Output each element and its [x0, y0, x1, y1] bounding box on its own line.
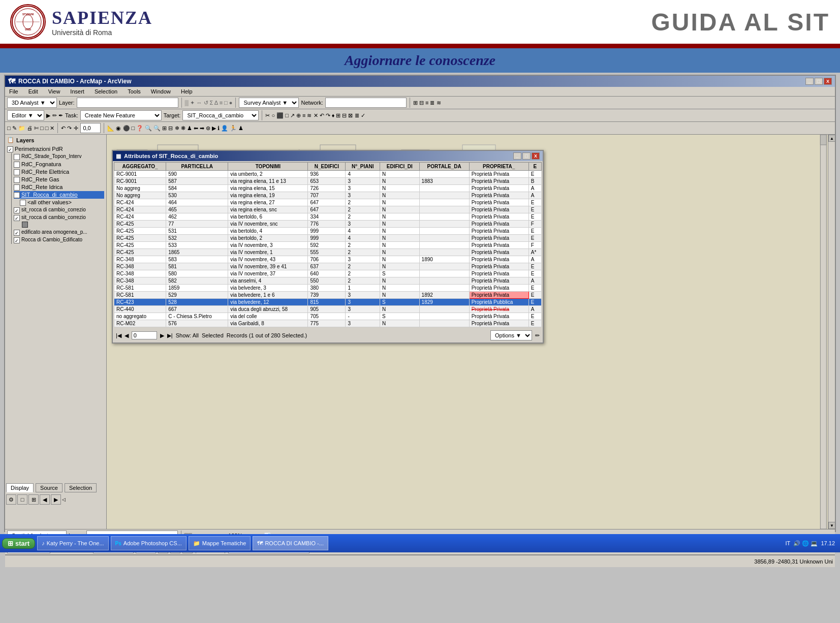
sidebar-btn1[interactable]: ⚙: [6, 494, 16, 505]
col-header-toponimi[interactable]: TOPONIMI: [228, 163, 308, 171]
menu-file[interactable]: File: [7, 88, 20, 95]
col-header-aggregato[interactable]: AGGREGATO_: [114, 163, 166, 171]
record-next-btn[interactable]: ▶: [160, 332, 164, 339]
table-row[interactable]: RC-4251865via IV novembre, 15552NProprie…: [114, 249, 542, 256]
taskbar-item-mappe[interactable]: 📁 Mappe Tematiche: [189, 536, 251, 550]
survey-analyst-dropdown[interactable]: Survey Analyst ▼: [239, 98, 299, 108]
start-button[interactable]: ⊞ start: [2, 538, 35, 549]
layer-checkbox[interactable]: [14, 154, 20, 160]
scroll-down-btn[interactable]: ▼: [828, 522, 835, 529]
tab-selection[interactable]: Selection: [65, 483, 97, 492]
taskbar-item-katy[interactable]: ♪ Katy Perry - The One...: [37, 536, 108, 550]
layer-checkbox[interactable]: [14, 207, 20, 213]
table-row[interactable]: RC-424465via regina elena, snc6472NPropr…: [114, 206, 542, 213]
layer-idrica[interactable]: RdC_Rete Idrica: [14, 183, 104, 191]
close-button[interactable]: X: [824, 78, 832, 85]
table-row[interactable]: RC-348582via anselmi, 45502NProprietà Pr…: [114, 277, 542, 285]
layer-sit-rocca[interactable]: SIT_Rocca_di_cambio: [14, 191, 104, 199]
network-input[interactable]: [325, 98, 407, 108]
table-row[interactable]: RC-9001587via regina elena, 11 e 136533N…: [114, 178, 542, 185]
map-scrollbar-v[interactable]: ▲ ▼: [828, 135, 835, 529]
pencil-icon[interactable]: ✏: [535, 332, 540, 339]
col-header-portale-da[interactable]: PORTALE_DA: [419, 163, 469, 171]
table-row[interactable]: RC-M02576via Garibaldi, 87753NProprietà …: [114, 320, 542, 327]
record-last-btn[interactable]: ▶|: [167, 332, 173, 339]
table-row[interactable]: RC-42577via IV novembre, snc7763NProprie…: [114, 221, 542, 228]
table-row[interactable]: RC-425533via IV novembre, 35922NPropriet…: [114, 242, 542, 249]
layer-edificato[interactable]: edificato area omogenea_p...: [14, 229, 104, 236]
table-row[interactable]: RC-348583via IV novembre, 437063N1890Pro…: [114, 256, 542, 263]
table-row[interactable]: RC-423528via belvedere, 128153S1829Propr…: [114, 299, 542, 306]
table-row[interactable]: RC-5811859via belvedere, 33801NProprietà…: [114, 285, 542, 292]
record-number-input[interactable]: [132, 331, 157, 339]
layer-fognatura[interactable]: RdC_Fognatura: [14, 161, 104, 168]
tab-display[interactable]: Display: [6, 483, 34, 492]
layer-correzio2[interactable]: sit_rocca di cambio_correzio: [14, 214, 104, 222]
layer-rocca-edificato[interactable]: Rocca di Cambio_Edificato: [14, 236, 104, 244]
layer-checkbox[interactable]: [14, 169, 20, 175]
task-dropdown[interactable]: Create New Feature: [80, 110, 162, 120]
col-header-proprieta[interactable]: PROPRIETA_: [469, 163, 528, 171]
layer-checkbox[interactable]: [14, 184, 20, 191]
sidebar-btn2[interactable]: □: [17, 494, 27, 505]
layer-checkbox[interactable]: [20, 200, 26, 206]
table-row[interactable]: RC-424464via regina elena, 276472NPropri…: [114, 199, 542, 206]
table-row[interactable]: RC-348580via IV novembre, 376402SProprie…: [114, 270, 542, 277]
attr-restore-btn[interactable]: □: [522, 152, 531, 160]
menu-help[interactable]: Help: [179, 88, 195, 95]
menu-insert[interactable]: Insert: [68, 88, 86, 95]
layer-checkbox[interactable]: [14, 237, 20, 243]
layer-checkbox[interactable]: [7, 146, 13, 152]
menu-selection[interactable]: Selection: [92, 88, 119, 95]
menu-window[interactable]: Window: [149, 88, 173, 95]
table-row[interactable]: RC-425532via bertoldo, 29994NProprietà P…: [114, 235, 542, 242]
record-first-btn[interactable]: |◀: [116, 332, 121, 339]
layer-checkbox[interactable]: [14, 192, 20, 198]
layer-all-values[interactable]: <all other values>: [20, 199, 104, 206]
layer-perimetrazioni[interactable]: Perimetrazioni PdR: [7, 145, 104, 153]
editor-dropdown[interactable]: Editor ▼: [7, 110, 44, 120]
layer-checkbox[interactable]: [14, 162, 20, 168]
layer-checkbox[interactable]: [14, 215, 20, 221]
layer-gas[interactable]: RdC_Rete Gas: [14, 176, 104, 183]
table-row[interactable]: No aggreg530via regina elena, 197073NPro…: [114, 192, 542, 199]
table-row[interactable]: RC-425531via bertoldo, 49994NProprietà P…: [114, 228, 542, 235]
col-header-edifici-di[interactable]: EDIFICI_DI: [380, 163, 420, 171]
layer-elettrica[interactable]: RdC_Rete Elettrica: [14, 168, 104, 176]
sidebar-btn3[interactable]: ⊞: [28, 494, 39, 505]
attr-minimize-btn[interactable]: _: [513, 152, 521, 160]
coordinate-input[interactable]: [80, 123, 101, 133]
sidebar-btn5[interactable]: ▶: [51, 494, 61, 505]
table-row[interactable]: RC-440667via duca degli abruzzi, 589053N…: [114, 306, 542, 313]
table-row[interactable]: no aggregatoC - Chiesa S.Pietrovia del c…: [114, 313, 542, 320]
tab-source[interactable]: Source: [36, 483, 63, 492]
layer-correzio1[interactable]: sit_rocca di cambio_correzio: [14, 206, 104, 214]
menu-edit[interactable]: Edit: [26, 88, 40, 95]
record-prev-btn[interactable]: ◀: [125, 332, 129, 339]
col-header-n-edifici[interactable]: N_EDIFICI: [308, 163, 346, 171]
table-row[interactable]: RC-581529via belvedere, 1 e 67393N1892Pr…: [114, 292, 542, 299]
menu-view[interactable]: View: [46, 88, 63, 95]
table-row[interactable]: RC-424462via bertoldo, 63342NProprietà P…: [114, 213, 542, 221]
options-dropdown[interactable]: Options ▼: [490, 330, 532, 340]
sidebar-btn4[interactable]: ◀: [40, 494, 50, 505]
menu-tools[interactable]: Tools: [126, 88, 143, 95]
taskbar-item-photoshop[interactable]: Ps Adobe Photoshop CS...: [111, 536, 186, 550]
table-row[interactable]: No aggreg584via regina elena, 157263NPro…: [114, 185, 542, 192]
maximize-button[interactable]: □: [815, 78, 823, 85]
layer-checkbox[interactable]: [14, 230, 20, 236]
3d-analyst-dropdown[interactable]: 3D Analyst ▼: [7, 98, 57, 108]
table-row[interactable]: RC-348581via IV novembre, 39 e 416372NPr…: [114, 263, 542, 270]
attr-table-container[interactable]: AGGREGATO_ PARTICELLA TOPONIMI N_EDIFICI…: [114, 162, 542, 327]
selected-label[interactable]: Selected: [202, 332, 224, 338]
table-row[interactable]: RC-9001590via umberto, 29364NProprietà P…: [114, 171, 542, 178]
attr-close-btn[interactable]: X: [532, 152, 540, 160]
layer-strade[interactable]: RdC_Strade_Topon_Interv: [14, 153, 104, 161]
col-header-n-piani[interactable]: N°_PIANI: [346, 163, 380, 171]
map-area[interactable]: ▦ Attributes of SIT_Rocca_di_cambio _ □ …: [107, 135, 835, 529]
minimize-button[interactable]: _: [805, 78, 814, 85]
layer-input[interactable]: [77, 98, 178, 108]
scroll-up-btn[interactable]: ▲: [828, 135, 835, 142]
col-header-particella[interactable]: PARTICELLA: [166, 163, 228, 171]
col-header-e[interactable]: E: [528, 163, 541, 171]
